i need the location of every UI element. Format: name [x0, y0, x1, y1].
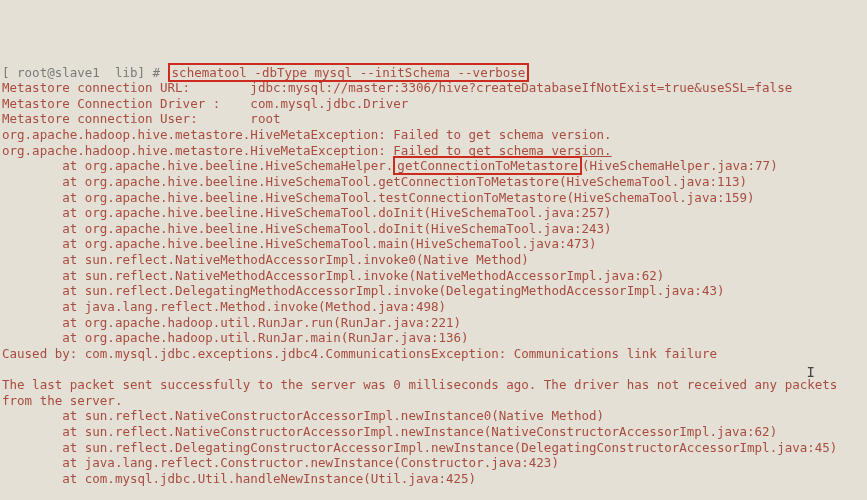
caused-by-line: Caused by: com.mysql.jdbc.exceptions.jdb… — [2, 346, 717, 361]
stack-line: at java.lang.reflect.Constructor.newInst… — [2, 455, 559, 470]
output-line: org.apache.hadoop.hive.metastore.HiveMet… — [2, 143, 393, 158]
output-line: Metastore connection User: root — [2, 111, 280, 126]
stack-line: at org.apache.hive.beeline.HiveSchemaToo… — [2, 205, 612, 220]
output-line: Metastore Connection Driver : com.mysql.… — [2, 96, 408, 111]
stack-line: at org.apache.hadoop.util.RunJar.main(Ru… — [2, 330, 469, 345]
text-cursor-icon: I — [807, 364, 815, 382]
stack-line: at sun.reflect.DelegatingMethodAccessorI… — [2, 283, 724, 298]
stack-line: at org.apache.hive.beeline.HiveSchemaToo… — [2, 190, 755, 205]
stack-line: at java.lang.reflect.Method.invoke(Metho… — [2, 299, 446, 314]
output-line: The last packet sent successfully to the… — [2, 377, 845, 408]
output-line: org.apache.hadoop.hive.metastore.HiveMet… — [2, 127, 612, 142]
stack-line: at sun.reflect.NativeMethodAccessorImpl.… — [2, 268, 664, 283]
stack-line: at org.apache.hive.beeline.HiveSchemaToo… — [2, 221, 612, 236]
stack-line: at sun.reflect.NativeConstructorAccessor… — [2, 408, 604, 423]
stack-line: at sun.reflect.DelegatingConstructorAcce… — [2, 440, 837, 455]
stack-line: at com.mysql.jdbc.Util.handleNewInstance… — [2, 471, 476, 486]
method-highlight: getConnectionToMetastore — [393, 156, 582, 175]
terminal-output: [ root@slave1 lib] # schematool -dbType … — [2, 65, 865, 487]
output-line: Metastore connection URL: jdbc:mysql://m… — [2, 80, 792, 95]
stack-line: at org.apache.hive.beeline.HiveSchemaToo… — [2, 174, 747, 189]
shell-prompt: [ root@slave1 lib] # — [2, 65, 168, 80]
stack-line: at sun.reflect.NativeMethodAccessorImpl.… — [2, 252, 529, 267]
stack-line: (HiveSchemaHelper.java:77) — [582, 158, 778, 173]
stack-line: at org.apache.hadoop.util.RunJar.run(Run… — [2, 315, 461, 330]
command-highlight: schematool -dbType mysql --initSchema --… — [168, 63, 530, 82]
stack-line: at org.apache.hive.beeline.HiveSchemaHel… — [2, 158, 393, 173]
stack-line: at sun.reflect.NativeConstructorAccessor… — [2, 424, 777, 439]
stack-line: at org.apache.hive.beeline.HiveSchemaToo… — [2, 236, 597, 251]
